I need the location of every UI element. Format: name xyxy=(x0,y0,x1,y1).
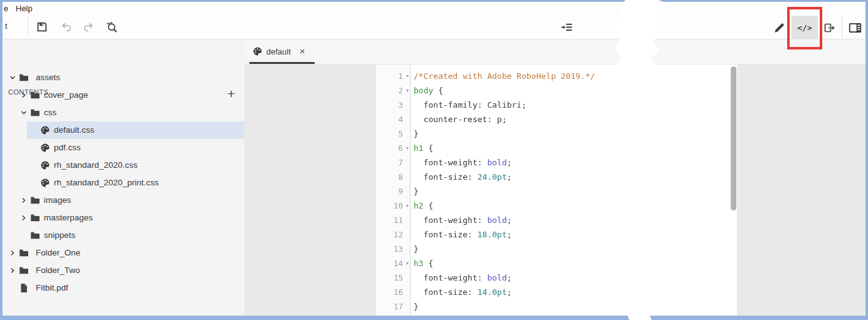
chevron-right-icon[interactable] xyxy=(21,215,27,221)
tree-item-label: pdf.css xyxy=(54,139,81,157)
code-line: font-weight: bold; xyxy=(414,271,512,285)
code-token: counter-reset: p; xyxy=(414,115,507,124)
code-line: font-size: 24.0pt; xyxy=(414,170,512,184)
line-number: 3 xyxy=(376,98,403,112)
css-file-icon xyxy=(253,46,263,56)
tree-item-css[interactable]: css xyxy=(3,104,244,121)
tree-item-rh-standard-2020-print-css[interactable]: rh_standard_2020_print.css xyxy=(3,174,244,192)
folder-icon xyxy=(19,73,29,83)
line-number: 1 xyxy=(376,69,403,83)
line-number: 9 xyxy=(376,184,403,199)
code-token: font-family: Calibri; xyxy=(414,100,526,110)
tree-item-rh-standard-2020-css[interactable]: rh_standard_2020.css xyxy=(3,157,244,174)
code-token: ; xyxy=(507,215,512,225)
robohelp-window: e Help t xyxy=(0,0,868,320)
code-token: ; xyxy=(507,158,512,167)
export-button[interactable] xyxy=(822,20,837,35)
code-line: /*Created with Adobe RoboHelp 2019.*/ xyxy=(414,69,595,83)
code-token: 18.0pt xyxy=(478,230,507,239)
undo-button[interactable] xyxy=(59,20,73,34)
tree-item-images[interactable]: images xyxy=(3,192,244,209)
find-replace-button[interactable] xyxy=(104,19,120,36)
tree-item-snippets[interactable]: snippets xyxy=(3,227,244,244)
code-token: } xyxy=(414,129,419,138)
menu-item-help[interactable]: Help xyxy=(16,2,33,15)
layout-panel-icon xyxy=(849,23,862,33)
chevron-down-icon[interactable] xyxy=(21,110,27,116)
folder-icon xyxy=(19,248,29,258)
code-line: } xyxy=(414,126,419,141)
code-token: 24.0pt xyxy=(478,172,507,182)
window-border-right xyxy=(865,0,868,320)
line-number: 11 xyxy=(376,213,403,227)
tree-item-label: images xyxy=(44,192,71,209)
folder-icon xyxy=(30,90,40,100)
css-file-icon xyxy=(40,143,50,153)
line-number: 14 xyxy=(376,256,403,271)
tree-item-folder-one[interactable]: Folder_One xyxy=(3,244,244,262)
code-token: h1 xyxy=(414,143,424,153)
window-border-bottom xyxy=(0,316,634,320)
file-tree: assetscover_pagecssdefault.csspdf.cssrh_… xyxy=(3,39,244,316)
code-token: } xyxy=(414,244,419,254)
tree-item-label: masterpages xyxy=(44,209,93,227)
save-button[interactable] xyxy=(35,20,49,34)
css-file-icon xyxy=(40,160,50,170)
tree-item-label: Folder_One xyxy=(36,244,80,262)
code-line: font-size: 18.0pt; xyxy=(414,227,512,242)
code-line: font-family: Calibri; xyxy=(414,98,526,112)
line-number: 10 xyxy=(376,199,403,213)
chevron-right-icon[interactable] xyxy=(21,92,27,98)
tab-close-icon[interactable]: × xyxy=(300,39,305,63)
tree-item-label: snippets xyxy=(44,227,75,244)
vertical-scrollbar-thumb[interactable] xyxy=(731,66,736,210)
redo-button[interactable] xyxy=(81,20,95,34)
undo-icon xyxy=(60,21,72,33)
code-token: { xyxy=(424,201,434,210)
tree-item-label: assets xyxy=(36,69,60,86)
chevron-right-icon[interactable] xyxy=(9,250,16,256)
tree-item-fitbit-pdf[interactable]: Fitbit.pdf xyxy=(3,279,244,297)
line-number: 5 xyxy=(376,126,403,141)
indent-icon xyxy=(561,21,573,33)
save-icon xyxy=(36,21,48,33)
tree-item-cover-page[interactable]: cover_page xyxy=(3,86,244,104)
tab-default[interactable]: default × xyxy=(249,39,315,64)
tree-item-label: rh_standard_2020_print.css xyxy=(54,174,159,192)
tree-item-masterpages[interactable]: masterpages xyxy=(3,209,244,227)
menu-item-partial: e xyxy=(4,2,8,15)
gutter-divider xyxy=(410,65,410,316)
css-file-icon xyxy=(40,125,50,135)
edit-pencil-icon xyxy=(773,22,785,34)
indent-button[interactable] xyxy=(559,20,574,34)
contents-panel: CONTENTS + assetscover_pagecssdefault.cs… xyxy=(3,39,244,316)
code-token: h2 xyxy=(414,201,424,210)
tree-item-default-css[interactable]: default.css xyxy=(3,121,244,139)
layout-panel-button[interactable] xyxy=(847,21,862,34)
code-line: h3 { xyxy=(414,256,433,271)
code-token: ; xyxy=(507,230,512,239)
tree-item-pdf-css[interactable]: pdf.css xyxy=(3,139,244,157)
tree-item-assets[interactable]: assets xyxy=(3,69,244,86)
edit-mode-button[interactable] xyxy=(771,20,787,35)
code-line: } xyxy=(414,299,419,314)
line-number: 4 xyxy=(376,112,403,126)
chevron-down-icon[interactable] xyxy=(9,75,16,81)
code-token: ; xyxy=(507,287,512,297)
redo-icon xyxy=(83,21,95,33)
line-number: 7 xyxy=(376,155,403,170)
code-token: { xyxy=(424,143,434,153)
code-token: font-size: xyxy=(414,287,478,297)
tree-item-label: css xyxy=(44,104,56,121)
chevron-right-icon[interactable] xyxy=(21,197,27,204)
chevron-right-icon[interactable] xyxy=(9,267,16,274)
code-editor[interactable]: /*Created with Adobe RoboHelp 2019.*/bod… xyxy=(411,65,630,316)
code-token: body xyxy=(414,86,433,95)
tree-item-folder-two[interactable]: Folder_Two xyxy=(3,262,244,279)
line-number: 15 xyxy=(376,271,403,285)
code-token: font-size: xyxy=(414,230,478,239)
document-icon xyxy=(19,283,29,293)
code-line: body { xyxy=(414,83,443,98)
code-line: } xyxy=(414,184,419,199)
folder-icon xyxy=(30,230,40,240)
